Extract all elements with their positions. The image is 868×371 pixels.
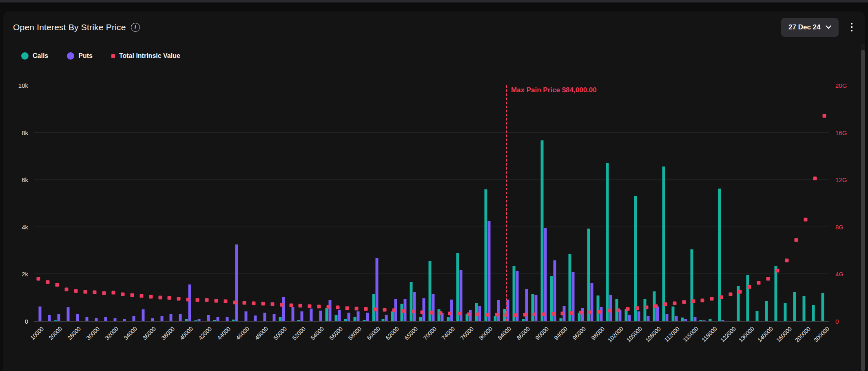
calls-bar (690, 249, 693, 321)
expiry-date-label: 27 Dec 24 (788, 23, 820, 31)
intrinsic-marker (476, 313, 480, 316)
intrinsic-marker (673, 301, 676, 305)
intrinsic-marker (242, 301, 246, 305)
intrinsic-marker (233, 301, 237, 304)
intrinsic-marker (701, 298, 704, 302)
puts-bar (39, 307, 42, 321)
puts-bar (160, 316, 163, 321)
puts-bar (329, 300, 332, 321)
legend-label: Calls (33, 52, 48, 60)
bar-group-80000 (484, 85, 491, 321)
bar-group-32000 (110, 85, 117, 321)
left-axis-tick: 6k (22, 176, 28, 183)
intrinsic-marker (261, 302, 265, 306)
puts-bar (357, 311, 360, 321)
puts-bar (170, 314, 173, 321)
intrinsic-marker (252, 302, 255, 305)
intrinsic-marker (420, 311, 424, 314)
calls-bar (587, 229, 590, 321)
bar-group-120000 (718, 85, 725, 321)
puts-bar (310, 309, 313, 321)
intrinsic-marker (186, 298, 190, 301)
calls-bar (195, 320, 197, 321)
puts-bar (301, 311, 303, 321)
calls-bar (634, 196, 637, 321)
bar-group-31000 (100, 85, 107, 321)
calls-bar (821, 293, 824, 321)
legend-item-calls[interactable]: Calls (21, 52, 48, 60)
calls-bar (625, 309, 628, 321)
intrinsic-marker (439, 311, 443, 315)
puts-bar (151, 318, 154, 321)
scrollbar-thumb[interactable] (861, 50, 865, 371)
bar-group-62000 (390, 85, 397, 321)
kebab-menu-icon[interactable] (849, 21, 855, 33)
intrinsic-marker (55, 283, 59, 287)
puts-bar (86, 317, 89, 321)
intrinsic-marker (317, 305, 321, 309)
puts-bar (375, 258, 378, 321)
intrinsic-marker (373, 307, 377, 311)
intrinsic-marker (411, 310, 414, 313)
intrinsic-marker (37, 277, 40, 280)
expiry-date-dropdown[interactable]: 27 Dec 24 (781, 18, 838, 37)
bar-group-48000 (259, 85, 266, 321)
bar-group-57000 (344, 85, 351, 321)
bar-group-97000 (587, 85, 594, 321)
puts-bar (123, 319, 126, 321)
calls-bar (643, 299, 646, 321)
intrinsic-marker (504, 313, 508, 317)
intrinsic-marker (102, 291, 106, 295)
calls-bar (335, 315, 338, 321)
calls-bar (419, 317, 422, 321)
intrinsic-marker (748, 285, 751, 289)
puts-bar (647, 316, 649, 321)
chevron-down-icon (826, 25, 831, 29)
bar-group-94000 (559, 85, 566, 321)
calls-bar (391, 311, 394, 321)
bar-group-150000 (774, 85, 781, 321)
puts-bar (67, 307, 70, 321)
bar-group-56000 (334, 85, 341, 321)
puts-bar (777, 321, 780, 321)
puts-bar (217, 317, 219, 321)
right-axis-tick: 20G (835, 82, 847, 89)
intrinsic-marker (514, 313, 517, 317)
bar-group-38000 (166, 85, 173, 321)
calls-bar (213, 320, 216, 321)
bar-group-28000 (73, 85, 80, 321)
intrinsic-marker (794, 238, 798, 242)
intrinsic-marker (84, 290, 87, 293)
calls-bar (297, 320, 300, 321)
intrinsic-marker (729, 293, 733, 296)
legend-item-puts[interactable]: Puts (67, 52, 93, 60)
bar-group-116000 (699, 85, 706, 321)
puts-bar (581, 308, 584, 321)
calls-bar (531, 294, 534, 321)
calls-bar (363, 320, 365, 321)
intrinsic-marker (785, 259, 788, 262)
bar-group-74000 (447, 85, 454, 321)
calls-bar (681, 318, 684, 321)
scrollbar[interactable] (861, 44, 865, 371)
bar-group-70000 (428, 85, 435, 321)
puts-bar (48, 315, 51, 321)
puts-bar (432, 294, 434, 321)
legend-item-intrinsic[interactable]: Total Intrinsic Value (111, 52, 180, 60)
bar-group-122000 (727, 85, 734, 321)
intrinsic-marker (579, 311, 583, 314)
puts-bar (637, 311, 640, 321)
calls-bar (765, 301, 768, 321)
puts-bar (534, 295, 537, 321)
calls-bar (700, 320, 702, 321)
intrinsic-marker (224, 300, 228, 303)
puts-bar (254, 315, 257, 321)
calls-bar (456, 253, 459, 321)
bar-group-52000 (297, 85, 304, 321)
puts-bar (207, 315, 210, 321)
info-icon[interactable]: i (131, 23, 140, 32)
calls-bar (354, 317, 356, 321)
right-axis-tick: 12G (835, 176, 847, 183)
puts-bar (319, 311, 322, 321)
bar-group-72000 (437, 85, 444, 321)
